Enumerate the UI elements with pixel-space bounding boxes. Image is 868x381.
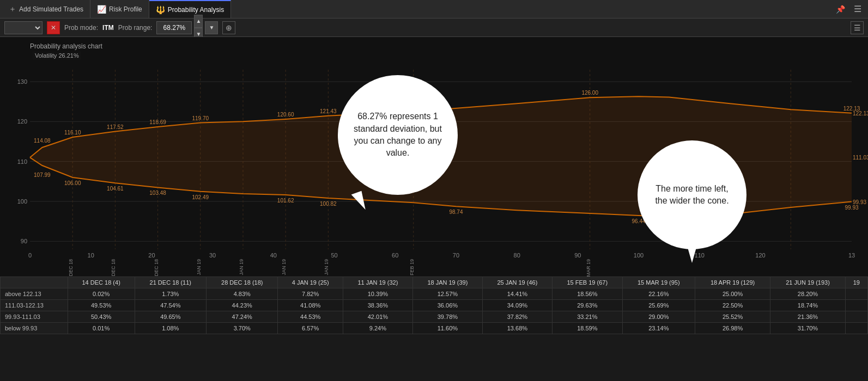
tooltip-bubble-1: 68.27% represents 1 standard deviation, … [338,75,458,195]
cell-2-4: 42.01% [343,311,412,323]
table-header-5: 11 JAN 19 (32) [343,277,412,288]
row-label-1: 111.03-122.13 [1,300,68,311]
cell-1-2: 44.23% [207,300,278,311]
table-header-7: 25 JAN 19 (46) [482,277,552,288]
toolbar-right: ☰ [851,21,864,34]
cell-1-11 [845,300,867,311]
pin-button[interactable]: 📌 [831,5,849,14]
volatility-label: Volatility 26.21% [33,52,81,59]
cell-3-10: 31.70% [770,323,845,334]
remove-button[interactable]: ✕ [47,21,60,34]
cell-0-5: 12.57% [412,288,482,300]
tab-probability-analysis-label: Probability Analysis [168,6,224,14]
table-header-11: 21 JUN 19 (193) [770,277,845,288]
prob-range-up[interactable]: ▲ [194,15,203,28]
target-icon-btn[interactable]: ⊕ [222,21,235,34]
cell-1-8: 25.69% [622,300,695,311]
cell-0-10: 28.20% [770,288,845,300]
tab-menu-button[interactable]: ☰ [849,4,866,14]
cell-2-8: 29.00% [622,311,695,323]
cell-2-1: 49.65% [135,311,206,323]
prob-range-dropdown[interactable]: ▼ [205,21,218,34]
cell-2-2: 47.24% [207,311,278,323]
table-header-9: 15 MAR 19 (95) [622,277,695,288]
table-row: below 99.930.01%1.08%3.70%6.57%9.24%11.6… [1,323,868,334]
tooltip-bubble-1-text: 68.27% represents 1 standard deviation, … [349,110,447,159]
table-header-4: 4 JAN 19 (25) [278,277,343,288]
cell-3-6: 13.68% [482,323,552,334]
chart-title: Probability analysis chart [30,42,102,50]
table-row: above 122.130.02%1.73%4.83%7.82%10.39%12… [1,288,868,300]
cell-3-1: 1.08% [135,323,206,334]
cell-1-5: 36.06% [412,300,482,311]
tab-risk-profile-label: Risk Profile [109,5,142,13]
cell-1-6: 34.09% [482,300,552,311]
prob-mode-label: Prob mode: [64,24,98,32]
table-header-row: 14 DEC 18 (4)21 DEC 18 (11)28 DEC 18 (18… [1,277,868,288]
cell-3-7: 18.59% [552,323,622,334]
cell-2-6: 37.82% [482,311,552,323]
cell-1-7: 29.63% [552,300,622,311]
table-header-1: 14 DEC 18 (4) [68,277,135,288]
cell-0-4: 10.39% [343,288,412,300]
table-header-10: 18 APR 19 (129) [695,277,770,288]
cell-1-1: 47.54% [135,300,206,311]
cell-2-3: 44.53% [278,311,343,323]
prob-range-label: Prob range: [118,24,153,32]
cell-3-11 [845,323,867,334]
cell-3-4: 9.24% [343,323,412,334]
cell-2-10: 21.36% [770,311,845,323]
cell-0-8: 22.16% [622,288,695,300]
row-label-2: 99.93-111.03 [1,311,68,323]
cell-0-2: 4.83% [207,288,278,300]
tab-risk-profile[interactable]: 📈 Risk Profile [90,0,149,18]
probability-data-table: 14 DEC 18 (4)21 DEC 18 (11)28 DEC 18 (18… [0,276,868,334]
tab-add-simulated-trades-label: Add Simulated Trades [19,5,83,13]
cell-2-5: 39.78% [412,311,482,323]
settings-icon-btn[interactable]: ☰ [851,21,864,34]
table-header-12: 19 [845,277,867,288]
cell-1-3: 41.08% [278,300,343,311]
cell-3-0: 0.01% [68,323,135,334]
table-body: above 122.130.02%1.73%4.83%7.82%10.39%12… [1,288,868,334]
tooltip-bubble-2: The more time left, the wider the cone. [638,140,746,249]
table-header-8: 15 FEB 19 (67) [552,277,622,288]
cell-3-2: 3.70% [207,323,278,334]
table-row: 111.03-122.1349.53%47.54%44.23%41.08%38.… [1,300,868,311]
cell-1-9: 22.50% [695,300,770,311]
toolbar: ✕ Prob mode: ITM Prob range: ▲ ▼ ▼ ⊕ ☰ [0,19,868,37]
cell-0-6: 14.41% [482,288,552,300]
cell-0-11 [845,288,867,300]
cell-3-3: 6.57% [278,323,343,334]
table-header-2: 21 DEC 18 (11) [135,277,206,288]
row-label-3: below 99.93 [1,323,68,334]
cell-2-9: 25.52% [695,311,770,323]
cell-3-8: 23.14% [622,323,695,334]
cell-0-3: 7.82% [278,288,343,300]
row-label-0: above 122.13 [1,288,68,300]
cell-0-1: 1.73% [135,288,206,300]
cell-1-0: 49.53% [68,300,135,311]
cell-0-0: 0.02% [68,288,135,300]
tab-add-simulated-trades[interactable]: ＋ Add Simulated Trades [2,0,90,18]
prob-mode-value: ITM [102,24,114,32]
chart-container: Probability analysis chart Volatility 26… [0,37,868,276]
cell-2-0: 50.43% [68,311,135,323]
cell-3-5: 11.60% [412,323,482,334]
table-header-0 [1,277,68,288]
prob-icon: 🔱 [156,5,165,14]
data-table-wrapper: 14 DEC 18 (4)21 DEC 18 (11)28 DEC 18 (18… [0,276,868,334]
cell-2-7: 33.21% [552,311,622,323]
cell-1-4: 38.36% [343,300,412,311]
cell-0-7: 18.56% [552,288,622,300]
cell-1-10: 18.74% [770,300,845,311]
cell-2-11 [845,311,867,323]
symbol-select[interactable] [4,21,43,34]
table-header-6: 18 JAN 19 (39) [412,277,482,288]
table-header-3: 28 DEC 18 (18) [207,277,278,288]
prob-range-input[interactable] [156,21,192,34]
plus-icon: ＋ [9,4,16,14]
table-row: 99.93-111.0350.43%49.65%47.24%44.53%42.0… [1,311,868,323]
risk-icon: 📈 [97,5,106,14]
tab-bar: ＋ Add Simulated Trades 📈 Risk Profile 🔱 … [0,0,868,19]
